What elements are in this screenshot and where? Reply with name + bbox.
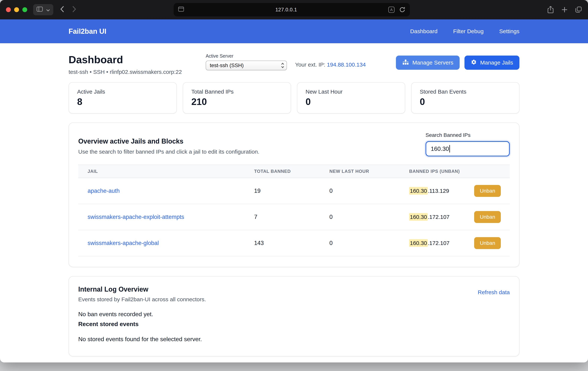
internal-log-card: Internal Log Overview Events stored by F…: [69, 276, 519, 357]
total-banned-cell: 7: [254, 214, 329, 220]
nav-link-filter-debug[interactable]: Filter Debug: [453, 28, 483, 34]
stat-value: 0: [305, 96, 397, 107]
reload-icon[interactable]: [399, 7, 405, 13]
stat-label: Total Banned IPs: [191, 88, 283, 95]
ip-rest: .172.107: [428, 214, 450, 220]
no-ban-events-message: No ban events recorded yet.: [78, 311, 510, 318]
log-title-block: Internal Log Overview Events stored by F…: [78, 285, 206, 303]
stat-label: Stored Ban Events: [420, 88, 511, 95]
jail-link[interactable]: swissmakers-apache-exploit-attempts: [88, 214, 184, 220]
new-last-hour-cell: 0: [329, 187, 409, 194]
unban-button[interactable]: Unban: [474, 237, 501, 249]
recent-stored-events-title: Recent stored events: [78, 321, 510, 327]
stat-card-total-banned: Total Banned IPs 210: [183, 82, 291, 114]
refresh-data-link[interactable]: Refresh data: [478, 289, 510, 295]
ip-highlight: 160.30: [409, 239, 428, 247]
external-ip-label: Your ext. IP:: [295, 62, 325, 68]
stat-value: 210: [191, 96, 283, 107]
stat-card-new-last-hour: New Last Hour 0: [297, 82, 405, 114]
chevron-left-icon: [60, 6, 64, 14]
desktop: 127.0.0.1 A: [0, 0, 588, 371]
browser-window: 127.0.0.1 A: [0, 0, 588, 362]
sidebar-icon: [37, 7, 43, 13]
nav-link-settings[interactable]: Settings: [499, 28, 519, 34]
unban-button[interactable]: Unban: [474, 185, 501, 197]
log-title: Internal Log Overview: [78, 285, 206, 293]
manage-servers-button[interactable]: Manage Servers: [396, 55, 460, 70]
sidebar-controls: [33, 4, 53, 15]
table-row: apache-auth 19 0 160.30.113.129 Unban: [78, 178, 510, 204]
chevron-right-icon: [72, 6, 76, 14]
banned-ip-cell: 160.30.172.107 Unban: [409, 211, 510, 223]
new-tab-icon[interactable]: [561, 6, 568, 13]
address-bar-actions: A: [388, 7, 405, 13]
toolbar-right-actions: [547, 6, 582, 14]
jail-link[interactable]: apache-auth: [88, 187, 120, 194]
total-banned-cell: 19: [254, 187, 329, 194]
minimize-window-button[interactable]: [14, 7, 19, 12]
no-stored-events-message: No stored events found for the selected …: [78, 336, 510, 343]
ip-rest: .113.129: [428, 188, 449, 194]
log-subtitle: Events stored by Fail2ban-UI across all …: [78, 296, 206, 303]
navigation-arrows: [60, 6, 76, 14]
back-button[interactable]: [60, 6, 64, 14]
overview-title-block: Overview active Jails and Blocks Use the…: [78, 132, 259, 156]
column-header-new-last-hour: NEW LAST HOUR: [329, 169, 409, 174]
column-header-total-banned: TOTAL BANNED: [254, 169, 329, 174]
sidebar-toggle-button[interactable]: [37, 7, 43, 13]
text-caret: [449, 145, 450, 153]
jails-table: JAIL TOTAL BANNED NEW LAST HOUR BANNED I…: [78, 165, 510, 256]
sidebar-dropdown-button[interactable]: [46, 7, 50, 13]
ip-rest: .172.107: [428, 240, 450, 246]
app-brand[interactable]: Fail2ban UI: [69, 27, 106, 35]
stat-card-active-jails: Active Jails 8: [69, 82, 177, 114]
page-title-block: Dashboard test-ssh • SSH • rlinfp02.swis…: [69, 53, 182, 75]
forward-button[interactable]: [72, 6, 76, 14]
total-banned-cell: 143: [254, 240, 329, 246]
stats-row: Active Jails 8 Total Banned IPs 210 New …: [69, 82, 519, 114]
stat-card-stored-ban-events: Stored Ban Events 0: [411, 82, 519, 114]
browser-toolbar: 127.0.0.1 A: [0, 0, 588, 19]
gear-icon: [471, 59, 477, 66]
column-header-banned-ips: BANNED IPS (UNBAN): [409, 169, 510, 174]
traffic-lights: [6, 7, 27, 12]
zoom-window-button[interactable]: [22, 7, 27, 12]
svg-text:A: A: [390, 8, 393, 12]
log-header: Internal Log Overview Events stored by F…: [78, 285, 510, 303]
search-input-value: 160.30: [431, 145, 449, 152]
nav-links: Dashboard Filter Debug Settings: [410, 28, 519, 34]
translate-icon[interactable]: A: [388, 7, 395, 13]
banned-ip-cell: 160.30.113.129 Unban: [409, 185, 510, 197]
search-block: Search Banned IPs 160.30: [426, 132, 510, 156]
app-navbar: Fail2ban UI Dashboard Filter Debug Setti…: [0, 19, 588, 43]
new-last-hour-cell: 0: [329, 214, 409, 220]
banned-ip-cell: 160.30.172.107 Unban: [409, 237, 510, 249]
address-bar[interactable]: 127.0.0.1 A: [174, 3, 410, 16]
manage-jails-label: Manage Jails: [480, 59, 513, 66]
jail-link[interactable]: swissmakers-apache-global: [88, 240, 159, 246]
nav-link-dashboard[interactable]: Dashboard: [410, 28, 438, 34]
stat-label: Active Jails: [77, 88, 168, 95]
active-server-label: Active Server: [206, 53, 287, 59]
unban-button[interactable]: Unban: [474, 211, 501, 223]
active-server-value: test-ssh (SSH): [210, 63, 244, 68]
overview-card: Overview active Jails and Blocks Use the…: [69, 122, 519, 267]
active-server-select[interactable]: test-ssh (SSH): [206, 61, 287, 70]
table-header-row: JAIL TOTAL BANNED NEW LAST HOUR BANNED I…: [78, 165, 510, 178]
manage-jails-button[interactable]: Manage Jails: [464, 55, 519, 70]
close-window-button[interactable]: [6, 7, 11, 12]
page-subtitle: test-ssh • SSH • rlinfp02.swissmakers.co…: [69, 69, 182, 75]
stat-value: 0: [420, 96, 511, 107]
share-icon[interactable]: [547, 6, 554, 14]
search-banned-ips-input[interactable]: 160.30: [426, 141, 510, 156]
column-header-jail: JAIL: [78, 169, 254, 174]
page-settings-icon[interactable]: [178, 6, 184, 13]
manage-servers-label: Manage Servers: [412, 59, 453, 66]
new-last-hour-cell: 0: [329, 240, 409, 246]
tab-overview-icon[interactable]: [575, 6, 582, 13]
search-label: Search Banned IPs: [426, 132, 510, 138]
overview-title: Overview active Jails and Blocks: [78, 137, 259, 145]
ip-highlight: 160.30: [409, 187, 428, 195]
overview-subtitle: Use the search to filter banned IPs and …: [78, 149, 259, 155]
banned-ip: 160.30.172.107: [409, 214, 450, 220]
